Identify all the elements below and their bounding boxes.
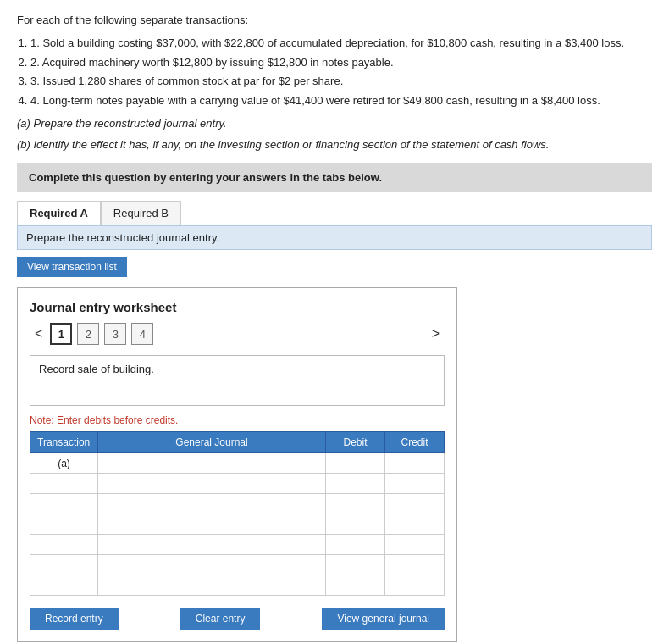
table-row <box>30 494 445 514</box>
tab-required-b[interactable]: Required B <box>101 201 181 225</box>
record-description: Record sale of building. <box>30 355 445 406</box>
debit-cell[interactable] <box>326 535 385 555</box>
table-row <box>30 474 445 494</box>
transaction-cell: (a) <box>30 453 98 474</box>
debit-input[interactable] <box>326 474 384 493</box>
col-header-general-journal: General Journal <box>98 432 326 453</box>
debit-cell[interactable] <box>326 575 385 596</box>
clear-entry-button[interactable]: Clear entry <box>180 608 261 630</box>
debit-cell[interactable] <box>326 474 385 494</box>
general-journal-input[interactable] <box>98 453 325 473</box>
page-1-button[interactable]: 1 <box>50 323 72 345</box>
general-journal-cell[interactable] <box>98 494 326 514</box>
general-journal-input[interactable] <box>98 474 325 493</box>
transaction-cell <box>30 474 98 494</box>
credit-cell[interactable] <box>385 453 445 474</box>
debit-input[interactable] <box>326 575 384 595</box>
instruction-b: (b) Identify the effect it has, if any, … <box>17 138 652 151</box>
worksheet-box: Journal entry worksheet < 1 2 3 4 > Reco… <box>17 287 457 642</box>
credit-input[interactable] <box>385 494 444 514</box>
instruction-a: (a) Prepare the reconstructed journal en… <box>17 117 652 130</box>
table-row <box>30 514 445 535</box>
general-journal-input[interactable] <box>98 494 325 514</box>
general-journal-cell[interactable] <box>98 555 326 575</box>
transaction-item-1: 1. Sold a building costing $37,000, with… <box>30 35 652 52</box>
debit-input[interactable] <box>326 494 384 514</box>
credit-input[interactable] <box>385 514 444 534</box>
record-entry-button[interactable]: Record entry <box>30 608 119 630</box>
transactions-list: 1. Sold a building costing $37,000, with… <box>30 35 652 108</box>
page-2-button[interactable]: 2 <box>77 323 99 345</box>
action-buttons-row: Record entry Clear entry View general jo… <box>30 608 445 630</box>
credit-cell[interactable] <box>385 575 445 596</box>
journal-table: Transaction General Journal Debit Credit… <box>30 431 445 596</box>
tab-instruction-bar: Prepare the reconstructed journal entry. <box>17 225 652 250</box>
worksheet-title: Journal entry worksheet <box>30 300 445 314</box>
general-journal-input[interactable] <box>98 514 325 534</box>
page-4-button[interactable]: 4 <box>131 323 153 345</box>
debit-input[interactable] <box>326 535 384 554</box>
credit-cell[interactable] <box>385 555 445 575</box>
credit-cell[interactable] <box>385 474 445 494</box>
credit-cell[interactable] <box>385 514 445 535</box>
debit-input[interactable] <box>326 453 384 473</box>
general-journal-cell[interactable] <box>98 535 326 555</box>
view-general-journal-button[interactable]: View general journal <box>322 608 445 630</box>
credit-cell[interactable] <box>385 535 445 555</box>
credit-input[interactable] <box>385 453 444 473</box>
intro-prefix: For each of the following separate trans… <box>17 14 652 26</box>
general-journal-input[interactable] <box>98 575 325 595</box>
credit-input[interactable] <box>385 535 444 554</box>
table-row <box>30 535 445 555</box>
debit-cell[interactable] <box>326 514 385 535</box>
prev-page-arrow[interactable]: < <box>30 325 47 343</box>
transaction-cell <box>30 494 98 514</box>
tab-required-a[interactable]: Required A <box>17 201 101 225</box>
table-row <box>30 555 445 575</box>
complete-box: Complete this question by entering your … <box>17 163 652 192</box>
debit-cell[interactable] <box>326 494 385 514</box>
transaction-item-2: 2. Acquired machinery worth $12,800 by i… <box>30 54 652 71</box>
general-journal-cell[interactable] <box>98 575 326 596</box>
debit-cell[interactable] <box>326 453 385 474</box>
debit-input[interactable] <box>326 555 384 575</box>
col-header-transaction: Transaction <box>30 432 98 453</box>
transaction-cell <box>30 575 98 596</box>
credit-input[interactable] <box>385 555 444 575</box>
note-text: Note: Enter debits before credits. <box>30 414 445 426</box>
debit-input[interactable] <box>326 514 384 534</box>
col-header-credit: Credit <box>385 432 445 453</box>
credit-cell[interactable] <box>385 494 445 514</box>
general-journal-cell[interactable] <box>98 514 326 535</box>
table-row <box>30 575 445 596</box>
transaction-cell <box>30 514 98 535</box>
next-page-arrow[interactable]: > <box>427 325 445 343</box>
general-journal-input[interactable] <box>98 555 325 575</box>
transaction-cell <box>30 535 98 555</box>
transaction-cell <box>30 555 98 575</box>
credit-input[interactable] <box>385 575 444 595</box>
tabs-row: Required A Required B <box>17 201 652 225</box>
col-header-debit: Debit <box>326 432 385 453</box>
general-journal-cell[interactable] <box>98 474 326 494</box>
transaction-item-4: 4. Long-term notes payable with a carryi… <box>30 92 652 109</box>
general-journal-input[interactable] <box>98 535 325 554</box>
general-journal-cell[interactable] <box>98 453 326 474</box>
transaction-item-3: 3. Issued 1,280 shares of common stock a… <box>30 73 652 90</box>
view-transaction-list-button[interactable]: View transaction list <box>17 257 127 277</box>
page-3-button[interactable]: 3 <box>104 323 126 345</box>
pagination-row: < 1 2 3 4 > <box>30 323 445 345</box>
table-row: (a) <box>30 453 445 474</box>
debit-cell[interactable] <box>326 555 385 575</box>
credit-input[interactable] <box>385 474 444 493</box>
